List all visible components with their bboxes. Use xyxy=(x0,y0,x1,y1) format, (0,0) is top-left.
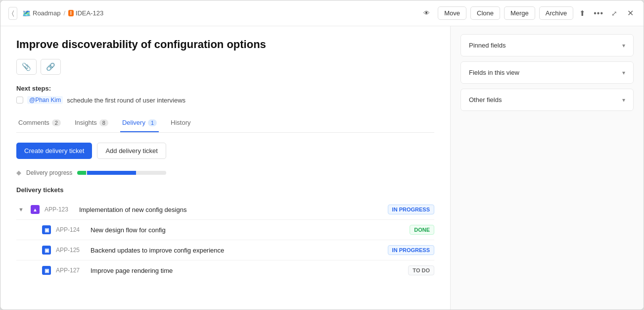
table-row: ▣ APP-124 New design flow for config DON… xyxy=(16,220,434,240)
ticket-title[interactable]: Backend updates to improve config experi… xyxy=(91,247,383,254)
idea-type-badge: I xyxy=(68,10,74,16)
archive-button[interactable]: Archive xyxy=(539,6,573,20)
status-badge: DONE xyxy=(410,225,434,235)
ticket-title[interactable]: Improve page rendering time xyxy=(91,267,403,274)
right-panel: Pinned fields ▾ Fields in this view ▾ Ot… xyxy=(451,26,644,310)
breadcrumb-id[interactable]: I IDEA-123 xyxy=(68,9,103,17)
comments-badge: 2 xyxy=(52,119,61,126)
chevron-down-icon: ▾ xyxy=(622,42,625,49)
progress-bar xyxy=(77,171,166,175)
title-actions: 👁 Move Clone Merge Archive ⬆ ••• ⤢ ✕ xyxy=(419,6,636,20)
task-item: @Phan Kim schedule the first round of us… xyxy=(16,96,434,104)
fields-in-view-header[interactable]: Fields in this view ▾ xyxy=(461,62,633,83)
title-bar: 〈 🗺️ Roadmap / I IDEA-123 👁 Move Clone M… xyxy=(0,0,644,26)
expand-ticket-button[interactable]: ▼ xyxy=(16,207,26,212)
chevron-down-icon: ▾ xyxy=(622,69,625,76)
other-fields-label: Other fields xyxy=(469,96,502,103)
diamond-icon: ◆ xyxy=(16,169,21,176)
insights-badge: 8 xyxy=(99,119,108,126)
next-steps-label: Next steps: xyxy=(16,85,434,92)
ticket-id: APP-127 xyxy=(56,267,86,274)
left-panel: Improve discoverability of configuration… xyxy=(0,26,451,310)
toolbar: 📎 🔗 xyxy=(16,59,434,75)
breadcrumb-id-label: IDEA-123 xyxy=(76,9,103,17)
status-badge: IN PROGRESS xyxy=(388,245,434,255)
tabs-bar: Comments 2 Insights 8 Delivery 1 History xyxy=(16,114,434,133)
close-button[interactable]: ✕ xyxy=(625,6,636,20)
breadcrumb-roadmap-label: Roadmap xyxy=(33,9,60,17)
ticket-id: APP-123 xyxy=(45,206,74,213)
other-fields-header[interactable]: Other fields ▾ xyxy=(461,89,633,110)
breadcrumb: 🗺️ Roadmap / I IDEA-123 xyxy=(22,9,419,17)
pinned-fields-label: Pinned fields xyxy=(469,42,506,49)
add-delivery-ticket-button[interactable]: Add delivery ticket xyxy=(97,143,166,159)
delivery-tickets-title: Delivery tickets xyxy=(16,186,434,194)
ticket-type-icon: ▣ xyxy=(42,246,51,255)
ticket-title[interactable]: New design flow for config xyxy=(91,226,405,234)
table-row: ▼ ▲ APP-123 Implementation of new config… xyxy=(16,200,434,220)
progress-remaining xyxy=(137,171,166,175)
more-options-button[interactable]: ••• xyxy=(592,7,605,20)
mention-tag[interactable]: @Phan Kim xyxy=(27,96,63,104)
table-row: ▣ APP-127 Improve page rendering time TO… xyxy=(16,260,434,280)
next-steps-section: Next steps: @Phan Kim schedule the first… xyxy=(16,85,434,104)
pinned-fields-section: Pinned fields ▾ xyxy=(460,34,634,56)
share-button[interactable]: ⬆ xyxy=(577,7,588,20)
pinned-fields-header[interactable]: Pinned fields ▾ xyxy=(461,35,633,56)
ticket-type-icon: ▣ xyxy=(42,225,51,234)
create-delivery-ticket-button[interactable]: Create delivery ticket xyxy=(16,143,92,159)
eye-icon: 👁 xyxy=(423,9,430,17)
task-text: schedule the first round of user intervi… xyxy=(67,97,185,104)
ticket-id: APP-124 xyxy=(56,226,86,233)
attach-button[interactable]: 📎 xyxy=(16,59,37,75)
delivery-tickets-section: Delivery tickets ▼ ▲ APP-123 Implementat… xyxy=(16,186,434,280)
link-button[interactable]: 🔗 xyxy=(41,59,61,75)
table-row: ▣ APP-125 Backend updates to improve con… xyxy=(16,240,434,260)
move-button[interactable]: Move xyxy=(438,6,466,20)
delivery-badge: 1 xyxy=(148,119,157,126)
fields-in-view-label: Fields in this view xyxy=(469,69,519,76)
status-badge: TO DO xyxy=(408,265,434,275)
fields-in-view-section: Fields in this view ▾ xyxy=(460,61,634,84)
tab-comments[interactable]: Comments 2 xyxy=(16,114,63,132)
ticket-type-icon: ▲ xyxy=(31,205,40,214)
clone-button[interactable]: Clone xyxy=(470,6,500,20)
page-title: Improve discoverability of configuration… xyxy=(16,38,434,51)
sidebar-toggle-button[interactable]: 〈 xyxy=(8,7,17,20)
breadcrumb-roadmap[interactable]: 🗺️ Roadmap xyxy=(22,9,60,17)
main-content: Improve discoverability of configuration… xyxy=(0,26,644,310)
other-fields-section: Other fields ▾ xyxy=(460,89,634,111)
delivery-progress-section: ◆ Delivery progress xyxy=(16,169,434,176)
chevron-down-icon: ▾ xyxy=(622,97,625,103)
merge-button[interactable]: Merge xyxy=(504,6,535,20)
breadcrumb-separator: / xyxy=(63,9,65,17)
app-window: 〈 🗺️ Roadmap / I IDEA-123 👁 Move Clone M… xyxy=(0,0,644,310)
tab-delivery[interactable]: Delivery 1 xyxy=(120,114,159,132)
ticket-id: APP-125 xyxy=(56,247,86,254)
watch-button[interactable]: 👁 xyxy=(419,7,434,19)
status-badge: IN PROGRESS xyxy=(388,205,434,214)
task-checkbox[interactable] xyxy=(16,97,23,103)
expand-button[interactable]: ⤢ xyxy=(609,7,619,19)
ticket-type-icon: ▣ xyxy=(42,266,51,275)
tab-history[interactable]: History xyxy=(169,114,192,132)
progress-done xyxy=(77,171,86,175)
delivery-actions-row: Create delivery ticket Add delivery tick… xyxy=(16,143,434,159)
delivery-progress-label: Delivery progress xyxy=(26,169,72,176)
tab-insights[interactable]: Insights 8 xyxy=(73,114,110,132)
map-icon: 🗺️ xyxy=(22,9,31,17)
ticket-title[interactable]: Implementation of new config designs xyxy=(79,206,383,213)
progress-inprogress xyxy=(87,171,136,175)
